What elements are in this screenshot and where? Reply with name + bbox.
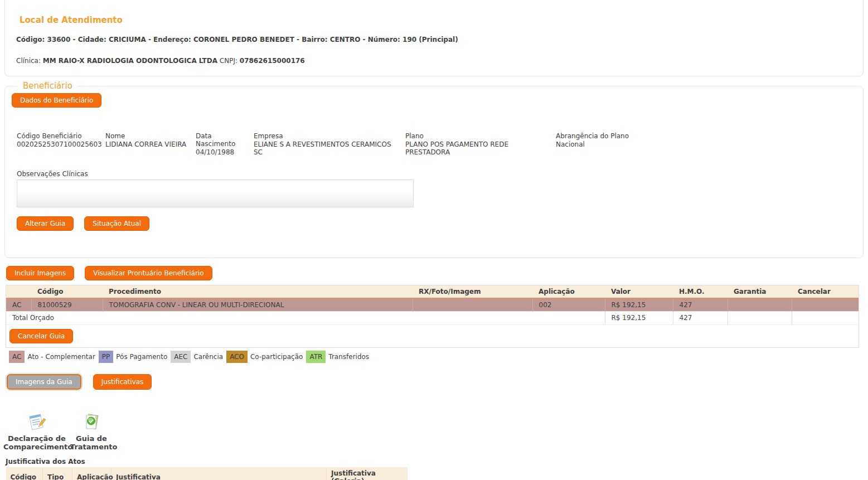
field-label: Código Beneficiário [17,132,100,140]
shortcut-label: Declaração de Comparecimento [3,434,70,451]
col-aplicacao: Aplicação [532,285,605,298]
document-check-icon[interactable] [70,412,113,432]
cell-valor: R$ 192,15 [605,298,673,312]
incluir-imagens-button[interactable]: Incluir Imagens [6,266,74,280]
field-abrangencia: Abrangência do Plano Nacional [556,132,634,156]
total-valor: R$ 192,15 [605,312,673,324]
legend-label-pp: Pós Pagamento [116,353,167,361]
legend-label-aco: Co-participação [250,353,303,361]
tipo-ato-legend: AC Ato - Complementar PP Pós Pagamento A… [9,351,868,363]
procedimento-row: AC 81000529 TOMOGRAFIA CONV - LINEAR OU … [6,298,859,312]
field-label: Nome [105,132,190,140]
document-shortcuts: Declaração de Comparecimento Guia de Tra… [3,412,868,451]
guia-tratamento-shortcut[interactable]: Guia de Tratamento [70,412,113,451]
document-pencil-icon[interactable] [3,412,70,432]
total-garantia [728,312,792,324]
total-row: Total Orçado R$ 192,15 427 [6,312,859,324]
col-cancelar: Cancelar [792,285,859,298]
shortcut-label-line2: Comparecimento [3,443,70,451]
beneficiario-legend: Beneficiário [18,81,77,91]
field-data-nascimento: Data Nascimento 04/10/1988 [196,132,254,156]
field-empresa: Empresa ELIANE S A REVESTIMENTOS CERAMIC… [254,132,405,156]
cell-garantia [728,298,792,312]
field-label: Plano [405,132,550,140]
legend-badge-ac: AC [9,351,25,363]
cell-rx-foto-imagem [413,298,532,312]
legend-label-ac: Ato - Complementar [27,353,95,361]
col-justificativa: Justificativa [111,467,327,480]
total-cancelar [792,312,859,324]
col-valor: Valor [605,285,673,298]
legend-badge-aco: ACO [226,351,248,363]
guia-tab-buttons: Imagens da Guia Justificativas [7,374,868,390]
col-rx-foto-imagem: RX/Foto/Imagem [413,285,532,298]
field-plano: Plano PLANO POS PAGAMENTO REDE PRESTADOR… [405,132,556,156]
total-hmo: 427 [673,312,728,324]
cnpj-label: CNPJ: [220,57,237,65]
imagens-da-guia-button[interactable]: Imagens da Guia [7,374,81,390]
field-value: 04/10/1988 [196,148,248,156]
cell-codigo: 81000529 [31,298,103,312]
total-label: Total Orçado [6,312,605,324]
situacao-atual-button[interactable]: Situação Atual [84,216,149,231]
field-label: Abrangência do Plano [556,132,629,140]
shortcut-label-line2: Tratamento [70,443,113,451]
field-value: Nacional [556,140,629,148]
legend-label-atr: Transferidos [328,353,369,361]
cancelar-guia-wrap: Cancelar Guia [6,324,859,347]
local-atendimento-panel: Local de Atendimento Código: 33600 - Cid… [4,0,864,76]
field-value: PLANO POS PAGAMENTO REDE PRESTADORA [405,140,550,156]
beneficiario-buttons: Alterar Guia Situação Atual [17,216,856,231]
dados-beneficiario-button[interactable]: Dados do Beneficiário [12,93,101,108]
local-atendimento-info: Código: 33600 - Cidade: CRICIUMA - Ender… [16,36,855,43]
alterar-guia-button[interactable]: Alterar Guia [17,216,74,231]
col-tipo [6,285,31,298]
cnpj-valor: 07862615000176 [240,57,305,65]
justificativa-atos-table: Código Tipo Aplicação Justificativa Just… [6,467,408,480]
procedimentos-header-row: Código Procedimento RX/Foto/Imagem Aplic… [6,285,859,298]
legend-badge-aec: AEC [171,351,191,363]
guide-actions-row: Incluir Imagens Visualizar Prontuário Be… [6,266,868,280]
field-value: LIDIANA CORREA VIEIRA [105,140,190,148]
declaracao-comparecimento-shortcut[interactable]: Declaração de Comparecimento [3,412,70,451]
field-nome: Nome LIDIANA CORREA VIEIRA [105,132,196,156]
clinica-label: Clínica: [16,57,41,65]
col-tipo: Tipo [43,467,72,480]
cell-procedimento: TOMOGRAFIA CONV - LINEAR OU MULTI-DIRECI… [103,298,413,312]
col-garantia: Garantia [728,285,792,298]
cancelar-guia-button[interactable]: Cancelar Guia [9,329,73,343]
legend-label-aec: Carência [193,353,223,361]
shortcut-label-line1: Declaração de [3,434,70,443]
justificativa-header-row: Código Tipo Aplicação Justificativa Just… [6,467,408,480]
cell-aplicacao: 002 [532,298,605,312]
cell-cancelar [792,298,859,312]
col-aplicacao: Aplicação [72,467,111,480]
col-codigo: Código [31,285,103,298]
justificativa-atos-title: Justificativa dos Atos [6,458,868,466]
clinica-line: Clínica: MM RAIO-X RADIOLOGIA ODONTOLOGI… [16,57,855,65]
field-label: Empresa [254,132,400,140]
shortcut-label: Guia de Tratamento [70,434,113,451]
cell-hmo: 427 [673,298,728,312]
shortcut-label-line1: Guia de [70,434,113,443]
clinica-nome: MM RAIO-X RADIOLOGIA ODONTOLOGICA LTDA [43,57,217,65]
justificativas-button[interactable]: Justificativas [93,374,152,390]
col-procedimento: Procedimento [103,285,413,298]
beneficiario-panel: Beneficiário Dados do Beneficiário Códig… [4,81,864,258]
local-atendimento-title: Local de Atendimento [20,15,855,25]
field-codigo-beneficiario: Código Beneficiário 00202525307100025603 [17,132,105,156]
col-justificativa-galeria: Justificativa (Galeria) [327,467,408,480]
observacoes-textarea[interactable] [17,180,414,207]
field-value: 00202525307100025603 [17,140,100,148]
procedimentos-container: Código Procedimento RX/Foto/Imagem Aplic… [6,285,859,348]
col-hmo: H.M.O. [673,285,728,298]
field-label: Data Nascimento [196,132,248,148]
visualizar-prontuario-button[interactable]: Visualizar Prontuário Beneficiário [85,266,212,280]
field-value: ELIANE S A REVESTIMENTOS CERAMICOS SC [254,140,400,156]
col-codigo: Código [6,467,43,480]
legend-badge-atr: ATR [306,351,326,363]
cell-tipo: AC [6,298,31,312]
observacoes-label: Observações Clínicas [17,170,856,178]
legend-badge-pp: PP [99,351,113,363]
beneficiario-fields: Código Beneficiário 00202525307100025603… [17,132,856,156]
